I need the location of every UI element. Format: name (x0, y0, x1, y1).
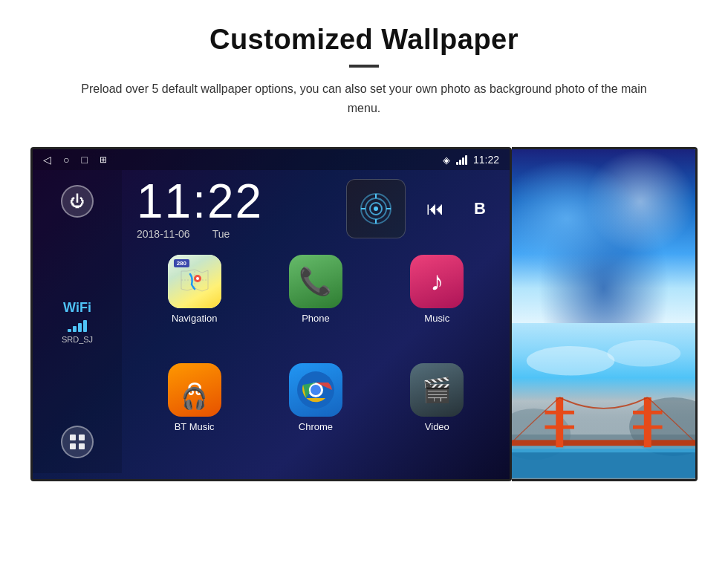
status-bar-nav: ◁ ○ □ ⊞ (43, 154, 107, 166)
chrome-icon-shape (297, 371, 334, 409)
status-bar: ◁ ○ □ ⊞ ◈ 11:22 (33, 149, 510, 170)
svg-rect-3 (79, 443, 85, 449)
svg-point-21 (607, 340, 680, 367)
apps-grid-button[interactable] (61, 426, 94, 458)
nav-badge: 280 (174, 259, 189, 267)
location-icon: ◈ (443, 154, 450, 166)
wallpaper-bottom[interactable] (512, 323, 695, 479)
screenshot-icon: ⊞ (100, 154, 107, 165)
radio-icon (360, 192, 392, 225)
svg-rect-31 (633, 411, 663, 414)
phone-app-icon[interactable]: 📞 (289, 255, 342, 308)
wifi-ssid: SRD_SJ (62, 335, 93, 344)
recents-icon: □ (81, 154, 87, 166)
wifi-bars (62, 319, 93, 332)
navigation-app-icon[interactable]: 280 (168, 255, 221, 308)
skip-prev-icon: ⏮ (426, 198, 444, 219)
main-area: 11:22 2018-11-06 Tue (122, 170, 510, 473)
status-time: 11:22 (473, 154, 499, 166)
radio-app-icon[interactable] (346, 179, 406, 238)
svg-rect-24 (512, 449, 695, 478)
status-bar-right: ◈ 11:22 (443, 154, 499, 166)
chrome-app-label: Chrome (299, 421, 333, 432)
music-icon-shape: ♪ (430, 266, 443, 297)
video-app-label: Video (425, 421, 449, 432)
app-grid: 280 Navigati (122, 247, 510, 473)
bluetooth-indicator[interactable]: B (465, 194, 495, 224)
svg-rect-2 (70, 443, 76, 449)
clock-date-value: 2018-11-06 (137, 228, 190, 240)
ice-cave-image (512, 149, 695, 323)
home-icon: ○ (63, 154, 69, 166)
power-icon: ⏻ (70, 193, 85, 210)
bt-music-app-label: BT Music (175, 421, 215, 432)
list-item[interactable]: Chrome (258, 363, 373, 466)
svg-rect-32 (633, 426, 663, 429)
phone-icon-shape: 📞 (299, 266, 332, 297)
header-divider (349, 65, 379, 68)
music-app-icon[interactable]: ♪ (410, 255, 464, 308)
svg-point-18 (311, 385, 321, 395)
wallpaper-bottom-container: CarSetting (512, 323, 695, 479)
wifi-label: WiFi (62, 300, 93, 316)
svg-rect-25 (512, 445, 695, 452)
svg-rect-27 (556, 397, 563, 447)
list-item[interactable]: ♪ Music (380, 255, 495, 357)
navigation-app-label: Navigation (172, 313, 217, 324)
svg-rect-0 (70, 435, 76, 440)
power-button[interactable]: ⏻ (61, 185, 94, 218)
list-item[interactable]: 🎬 Video (380, 363, 495, 466)
left-sidebar: ⏻ WiFi SRD_SJ (33, 170, 122, 473)
svg-rect-29 (545, 426, 574, 429)
phone-app-label: Phone (302, 313, 330, 324)
screen-content: ⏻ WiFi SRD_SJ (33, 170, 510, 473)
main-content: ◁ ○ □ ⊞ ◈ 11:22 ⏻ (0, 132, 728, 504)
map-icon (180, 268, 209, 295)
clock-time: 11:22 (137, 178, 331, 225)
back-icon: ◁ (43, 154, 51, 166)
headphones-icon: 🎧 (181, 386, 207, 411)
bluetooth-icon-shape: B (474, 199, 486, 218)
chrome-app-icon[interactable] (289, 363, 342, 417)
svg-rect-1 (79, 435, 85, 440)
svg-point-7 (374, 206, 378, 211)
clock-day-value: Tue (212, 228, 230, 240)
wifi-signal-icon (456, 155, 467, 165)
svg-rect-28 (545, 411, 574, 414)
skip-prev-button[interactable]: ⏮ (420, 194, 450, 224)
svg-point-20 (527, 346, 615, 376)
svg-point-13 (196, 277, 199, 280)
page-title: Customized Wallpaper (45, 24, 683, 56)
wifi-info: WiFi SRD_SJ (62, 300, 93, 344)
clock-area: 11:22 2018-11-06 Tue (122, 170, 510, 247)
bridge-scene (512, 323, 695, 479)
music-app-label: Music (424, 313, 449, 324)
grid-icon (69, 434, 85, 450)
list-item[interactable]: 280 Navigati (137, 255, 252, 357)
wallpaper-panels: CarSetting (512, 147, 698, 481)
video-app-icon[interactable]: 🎬 (410, 363, 464, 417)
page-header: Customized Wallpaper Preload over 5 defa… (0, 0, 728, 132)
clock-date: 2018-11-06 Tue (137, 228, 331, 240)
header-description: Preload over 5 default wallpaper options… (74, 79, 654, 117)
video-icon-shape: 🎬 (422, 376, 452, 404)
wallpaper-top[interactable] (512, 149, 695, 323)
clock-section: 11:22 2018-11-06 Tue (137, 178, 331, 240)
list-item[interactable]: 📞 Phone (258, 255, 373, 357)
bt-music-app-icon[interactable]: ☊ 🎧 (168, 363, 221, 417)
list-item[interactable]: ☊ 🎧 BT Music (137, 363, 252, 466)
svg-rect-30 (644, 397, 651, 447)
android-screen: ◁ ○ □ ⊞ ◈ 11:22 ⏻ (30, 147, 512, 481)
bridge-svg (512, 323, 695, 479)
svg-rect-26 (512, 440, 695, 446)
